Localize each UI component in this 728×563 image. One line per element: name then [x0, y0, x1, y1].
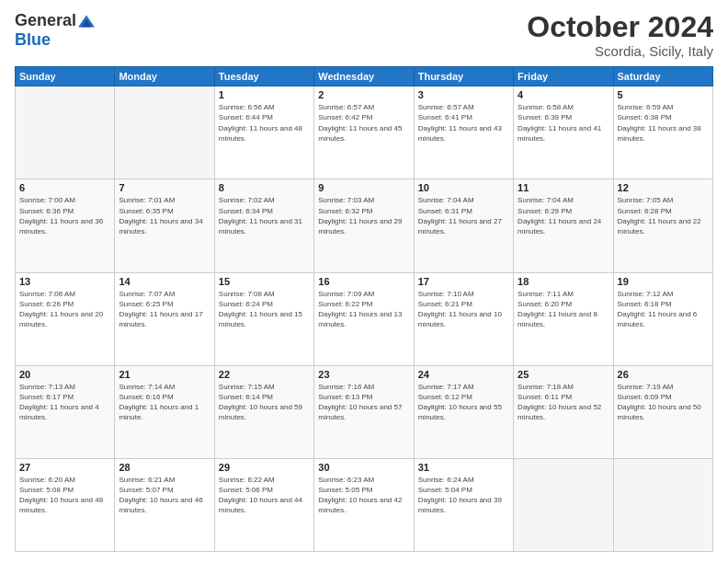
- sunset-text: Sunset: 6:11 PM: [518, 393, 572, 401]
- sunrise-text: Sunrise: 6:21 AM: [119, 476, 175, 484]
- day-info: Sunrise: 7:01 AMSunset: 6:35 PMDaylight:…: [119, 195, 210, 236]
- day-number: 19: [618, 276, 709, 287]
- table-row: 21Sunrise: 7:14 AMSunset: 6:16 PMDayligh…: [115, 365, 214, 458]
- daylight-text: Daylight: 11 hours and 15 minutes.: [219, 310, 302, 328]
- sunset-text: Sunset: 5:06 PM: [219, 486, 273, 494]
- sunrise-text: Sunrise: 7:06 AM: [19, 290, 75, 298]
- logo-general-text: General: [15, 11, 76, 30]
- day-info: Sunrise: 7:05 AMSunset: 6:28 PMDaylight:…: [618, 195, 709, 236]
- day-number: 4: [518, 89, 609, 100]
- table-row: 26Sunrise: 7:19 AMSunset: 6:09 PMDayligh…: [613, 365, 712, 458]
- daylight-text: Daylight: 11 hours and 41 minutes.: [518, 124, 601, 143]
- sunrise-text: Sunrise: 6:23 AM: [318, 476, 374, 484]
- day-info: Sunrise: 7:02 AMSunset: 6:34 PMDaylight:…: [219, 195, 310, 236]
- daylight-text: Daylight: 11 hours and 24 minutes.: [518, 217, 601, 236]
- table-row: 18Sunrise: 7:11 AMSunset: 6:20 PMDayligh…: [514, 272, 613, 365]
- table-row: 2Sunrise: 6:57 AMSunset: 6:42 PMDaylight…: [314, 86, 414, 179]
- sunset-text: Sunset: 6:42 PM: [318, 113, 372, 121]
- day-number: 30: [318, 462, 409, 473]
- table-row: 28Sunrise: 6:21 AMSunset: 5:07 PMDayligh…: [115, 458, 214, 551]
- day-number: 6: [19, 182, 110, 193]
- table-row: 31Sunrise: 6:24 AMSunset: 5:04 PMDayligh…: [414, 458, 513, 551]
- daylight-text: Daylight: 11 hours and 6 minutes.: [618, 310, 698, 328]
- sunrise-text: Sunrise: 7:10 AM: [418, 290, 474, 298]
- sunset-text: Sunset: 6:14 PM: [219, 393, 273, 401]
- sunset-text: Sunset: 5:08 PM: [19, 486, 74, 494]
- page: General Blue October 2024 Scordia, Sicil…: [0, 0, 728, 563]
- calendar-week-row: 20Sunrise: 7:13 AMSunset: 6:17 PMDayligh…: [16, 365, 713, 458]
- sunrise-text: Sunrise: 6:57 AM: [318, 103, 374, 111]
- table-row: 19Sunrise: 7:12 AMSunset: 6:18 PMDayligh…: [613, 272, 712, 365]
- calendar-week-row: 13Sunrise: 7:06 AMSunset: 6:26 PMDayligh…: [16, 272, 713, 365]
- header-saturday: Saturday: [613, 67, 712, 86]
- sunrise-text: Sunrise: 7:19 AM: [618, 383, 674, 391]
- day-info: Sunrise: 6:22 AMSunset: 5:06 PMDaylight:…: [219, 475, 310, 516]
- day-info: Sunrise: 6:56 AMSunset: 6:44 PMDaylight:…: [219, 102, 310, 144]
- day-number: 16: [318, 276, 409, 287]
- table-row: 15Sunrise: 7:08 AMSunset: 6:24 PMDayligh…: [214, 272, 313, 365]
- table-row: [514, 458, 613, 551]
- daylight-text: Daylight: 11 hours and 45 minutes.: [318, 124, 402, 143]
- day-number: 23: [318, 369, 409, 380]
- sunrise-text: Sunrise: 6:59 AM: [618, 103, 674, 111]
- day-info: Sunrise: 7:00 AMSunset: 6:36 PMDaylight:…: [19, 195, 110, 236]
- header: General Blue October 2024 Scordia, Sicil…: [15, 11, 713, 59]
- header-sunday: Sunday: [16, 67, 115, 86]
- day-number: 17: [418, 276, 509, 287]
- table-row: 3Sunrise: 6:57 AMSunset: 6:41 PMDaylight…: [414, 86, 513, 179]
- sunset-text: Sunset: 6:16 PM: [119, 393, 173, 401]
- sunrise-text: Sunrise: 7:03 AM: [318, 196, 374, 204]
- sunrise-text: Sunrise: 7:02 AM: [219, 196, 275, 204]
- day-info: Sunrise: 7:13 AMSunset: 6:17 PMDaylight:…: [19, 382, 110, 423]
- table-row: 29Sunrise: 6:22 AMSunset: 5:06 PMDayligh…: [214, 458, 313, 551]
- table-row: 4Sunrise: 6:58 AMSunset: 6:39 PMDaylight…: [514, 86, 613, 179]
- table-row: 24Sunrise: 7:17 AMSunset: 6:12 PMDayligh…: [414, 365, 513, 458]
- table-row: 20Sunrise: 7:13 AMSunset: 6:17 PMDayligh…: [16, 365, 115, 458]
- sunset-text: Sunset: 6:24 PM: [219, 300, 273, 308]
- day-number: 10: [418, 182, 509, 193]
- table-row: 5Sunrise: 6:59 AMSunset: 6:38 PMDaylight…: [613, 86, 712, 179]
- sunset-text: Sunset: 6:34 PM: [219, 207, 273, 215]
- table-row: 6Sunrise: 7:00 AMSunset: 6:36 PMDaylight…: [16, 179, 115, 272]
- sunset-text: Sunset: 6:09 PM: [618, 393, 672, 401]
- sunset-text: Sunset: 5:05 PM: [318, 486, 372, 494]
- sunset-text: Sunset: 6:32 PM: [318, 207, 372, 215]
- sunset-text: Sunset: 6:35 PM: [119, 207, 173, 215]
- daylight-text: Daylight: 11 hours and 34 minutes.: [119, 217, 202, 236]
- sunset-text: Sunset: 6:25 PM: [119, 300, 173, 308]
- header-friday: Friday: [514, 67, 613, 86]
- daylight-text: Daylight: 11 hours and 4 minutes.: [19, 403, 99, 421]
- day-number: 14: [119, 276, 210, 287]
- calendar-table: Sunday Monday Tuesday Wednesday Thursday…: [15, 66, 713, 552]
- day-info: Sunrise: 6:24 AMSunset: 5:04 PMDaylight:…: [418, 475, 509, 516]
- daylight-text: Daylight: 10 hours and 46 minutes.: [119, 496, 202, 514]
- sunrise-text: Sunrise: 7:01 AM: [119, 196, 175, 204]
- sunrise-text: Sunrise: 6:20 AM: [19, 476, 75, 484]
- location: Scordia, Sicily, Italy: [527, 43, 713, 59]
- calendar-week-row: 1Sunrise: 6:56 AMSunset: 6:44 PMDaylight…: [16, 86, 713, 179]
- table-row: 9Sunrise: 7:03 AMSunset: 6:32 PMDaylight…: [314, 179, 414, 272]
- table-row: 22Sunrise: 7:15 AMSunset: 6:14 PMDayligh…: [214, 365, 313, 458]
- sunrise-text: Sunrise: 7:07 AM: [119, 290, 175, 298]
- day-number: 28: [119, 462, 210, 473]
- logo-blue-text: Blue: [15, 30, 51, 50]
- table-row: 25Sunrise: 7:18 AMSunset: 6:11 PMDayligh…: [514, 365, 613, 458]
- daylight-text: Daylight: 11 hours and 1 minute.: [119, 403, 199, 421]
- day-number: 3: [418, 89, 509, 100]
- sunset-text: Sunset: 6:22 PM: [318, 300, 372, 308]
- sunrise-text: Sunrise: 7:04 AM: [518, 196, 574, 204]
- day-info: Sunrise: 6:57 AMSunset: 6:42 PMDaylight:…: [318, 102, 409, 144]
- table-row: 8Sunrise: 7:02 AMSunset: 6:34 PMDaylight…: [214, 179, 313, 272]
- logo: General Blue: [15, 11, 95, 50]
- daylight-text: Daylight: 11 hours and 29 minutes.: [318, 217, 402, 236]
- day-number: 26: [618, 369, 709, 380]
- daylight-text: Daylight: 10 hours and 44 minutes.: [219, 496, 302, 514]
- table-row: 12Sunrise: 7:05 AMSunset: 6:28 PMDayligh…: [613, 179, 712, 272]
- day-number: 27: [19, 462, 110, 473]
- day-info: Sunrise: 6:20 AMSunset: 5:08 PMDaylight:…: [19, 475, 110, 516]
- header-tuesday: Tuesday: [214, 67, 313, 86]
- day-number: 15: [219, 276, 310, 287]
- day-info: Sunrise: 6:59 AMSunset: 6:38 PMDaylight:…: [618, 102, 709, 144]
- day-number: 29: [219, 462, 310, 473]
- day-info: Sunrise: 6:58 AMSunset: 6:39 PMDaylight:…: [518, 102, 609, 144]
